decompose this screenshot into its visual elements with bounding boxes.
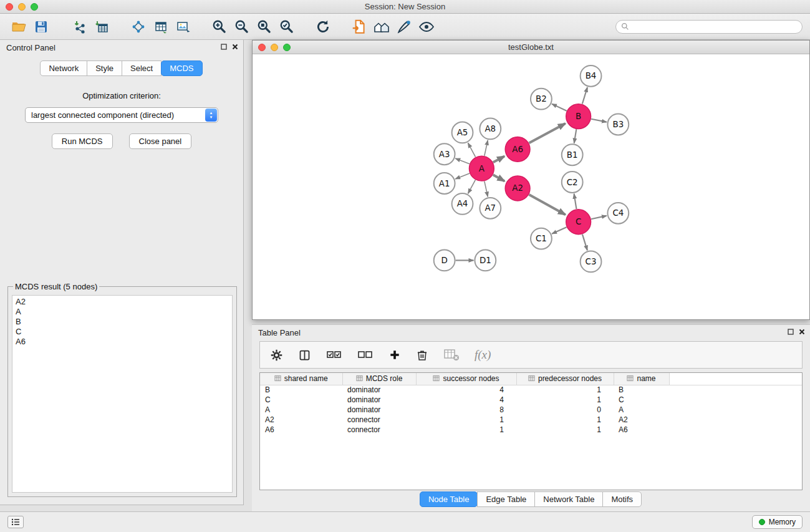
minimize-network-window-button[interactable] (271, 44, 278, 51)
node-A6[interactable]: A6 (505, 137, 530, 162)
criterion-select[interactable]: largest connected component (directed) ▲… (25, 107, 218, 123)
zoom-window-button[interactable] (31, 3, 38, 11)
table-row[interactable]: A2connector11A2 (260, 415, 802, 425)
column-header-MCDS-role[interactable]: MCDS role (342, 373, 416, 385)
show-hide-button[interactable] (415, 17, 438, 37)
tab-motifs[interactable]: Motifs (602, 491, 642, 507)
node-A[interactable]: A (469, 156, 494, 181)
edge-A-A7[interactable] (485, 181, 488, 197)
memory-button[interactable]: Memory (752, 515, 803, 529)
zoom-network-window-button[interactable] (283, 44, 291, 51)
deselect-all-button[interactable] (357, 349, 374, 361)
edge-A6-B[interactable] (529, 123, 566, 143)
zoom-selected-button[interactable] (276, 17, 298, 37)
select-all-button[interactable] (326, 349, 342, 361)
edge-A-A6[interactable] (493, 157, 504, 163)
table-row[interactable]: A6connector11A6 (260, 425, 802, 435)
result-item[interactable]: A2 (12, 297, 232, 307)
new-network-button[interactable] (127, 17, 150, 37)
export-image-button[interactable] (172, 17, 195, 37)
edge-B-B4[interactable] (582, 87, 587, 104)
first-neighbors-button[interactable] (370, 17, 393, 37)
table-settings-button[interactable] (270, 349, 283, 362)
edge-C-C3[interactable] (582, 235, 587, 251)
result-item[interactable]: A (12, 307, 232, 317)
table-row[interactable]: Adominator80A (260, 405, 802, 415)
node-C3[interactable]: C3 (581, 251, 602, 273)
toolbar-search[interactable] (615, 20, 803, 34)
tab-style[interactable]: Style (87, 60, 122, 76)
node-A2[interactable]: A2 (505, 176, 530, 201)
edge-A-A5[interactable] (468, 143, 475, 157)
node-A3[interactable]: A3 (434, 143, 455, 165)
float-table-panel-icon[interactable] (788, 329, 794, 335)
delete-table-button[interactable] (443, 348, 460, 362)
node-C[interactable]: C (566, 210, 591, 235)
task-history-button[interactable] (7, 516, 24, 528)
float-panel-icon[interactable] (221, 44, 227, 50)
edge-B-B3[interactable] (591, 119, 607, 122)
network-window-titlebar[interactable]: testGlobe.txt (253, 41, 809, 54)
edge-A-A1[interactable] (455, 173, 470, 179)
tab-mcds[interactable]: MCDS (161, 60, 202, 76)
edge-B-B1[interactable] (574, 129, 577, 143)
open-session-button[interactable] (7, 17, 30, 37)
column-header-successor-nodes[interactable]: successor nodes (416, 373, 516, 385)
search-input[interactable] (632, 22, 797, 31)
edge-C-C1[interactable] (552, 227, 566, 234)
delete-row-button[interactable] (416, 349, 428, 362)
edge-A-A3[interactable] (455, 158, 470, 164)
table-row[interactable]: Cdominator41C (260, 395, 802, 405)
zoom-fit-button[interactable] (253, 17, 276, 37)
node-A5[interactable]: A5 (452, 122, 473, 143)
minimize-window-button[interactable] (18, 3, 26, 11)
close-window-button[interactable] (6, 3, 13, 11)
node-A1[interactable]: A1 (434, 173, 455, 194)
tab-node-table[interactable]: Node Table (420, 491, 478, 507)
edge-A-A4[interactable] (468, 180, 476, 193)
result-item[interactable]: B (12, 317, 232, 327)
edge-A-A8[interactable] (485, 140, 488, 156)
node-C4[interactable]: C4 (607, 203, 629, 224)
edge-C-C2[interactable] (574, 194, 577, 209)
close-table-panel-icon[interactable] (799, 329, 805, 335)
column-visibility-button[interactable] (298, 349, 311, 362)
close-panel-icon[interactable] (232, 44, 238, 50)
zoom-out-button[interactable] (231, 17, 253, 37)
save-session-button[interactable] (30, 17, 52, 37)
tab-network[interactable]: Network (40, 60, 87, 76)
close-panel-button[interactable]: Close panel (129, 133, 192, 149)
node-D[interactable]: D (434, 250, 455, 271)
node-A7[interactable]: A7 (480, 198, 501, 219)
network-canvas[interactable]: AA1A2A3A4A5A6A7A8BB1B2B3B4CC1C2C3C4DD1 (253, 55, 809, 319)
node-B4[interactable]: B4 (581, 65, 602, 87)
import-network-file-button[interactable] (69, 17, 91, 37)
column-header-name[interactable]: name (614, 373, 669, 385)
column-header-shared-name[interactable]: shared name (260, 373, 342, 385)
node-A4[interactable]: A4 (452, 193, 473, 215)
tab-network-table[interactable]: Network Table (534, 491, 603, 507)
edge-C-C4[interactable] (591, 216, 607, 219)
tab-select[interactable]: Select (122, 60, 162, 76)
node-C2[interactable]: C2 (562, 172, 583, 193)
node-B2[interactable]: B2 (531, 89, 552, 110)
close-network-window-button[interactable] (258, 44, 266, 51)
node-B[interactable]: B (566, 104, 591, 129)
result-item[interactable]: C (12, 327, 232, 337)
column-header-predecessor-nodes[interactable]: predecessor nodes (516, 373, 614, 385)
edge-B-B2[interactable] (552, 104, 567, 111)
add-row-button[interactable] (388, 349, 401, 361)
zoom-in-button[interactable] (208, 17, 231, 37)
annotation-button[interactable] (393, 17, 415, 37)
tab-edge-table[interactable]: Edge Table (477, 491, 535, 507)
table-row[interactable]: Bdominator41B (260, 385, 802, 395)
node-C1[interactable]: C1 (531, 228, 552, 249)
refresh-button[interactable] (312, 17, 334, 37)
function-builder-button[interactable]: f(x) (475, 348, 491, 362)
apply-layout-button[interactable] (348, 17, 370, 37)
edge-A-A2[interactable] (493, 175, 505, 181)
node-B1[interactable]: B1 (562, 144, 583, 165)
new-table-button[interactable] (150, 17, 172, 37)
edge-A2-C[interactable] (529, 195, 565, 215)
node-B3[interactable]: B3 (607, 114, 629, 135)
